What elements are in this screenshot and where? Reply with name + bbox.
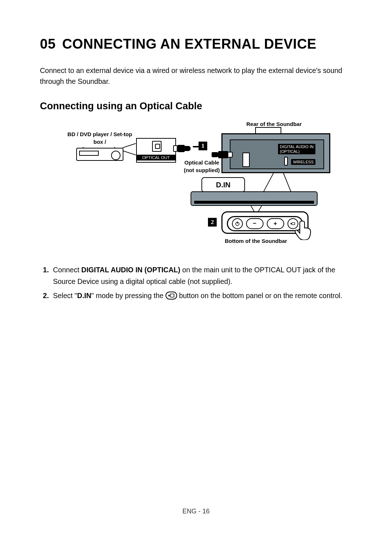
callout-line <box>281 127 281 134</box>
power-button-icon <box>232 218 243 229</box>
volume-down-button-icon: − <box>246 218 264 229</box>
callout-line <box>264 173 274 191</box>
callout-line <box>255 127 256 134</box>
step-1: Connect DIGITAL AUDIO IN (OPTICAL) on th… <box>51 264 352 287</box>
soundbar-bottom-controls: − + <box>221 211 309 234</box>
soundbar-body <box>191 191 318 206</box>
source-device-illustration <box>76 148 123 161</box>
display-text: D.IN <box>216 181 230 189</box>
chapter-title-text: CONNECTING AN EXTERNAL DEVICE <box>62 36 317 52</box>
soundbar-rear-panel: DIGITAL AUDIO IN (OPTICAL) WIRELESS <box>221 133 330 173</box>
wireless-label: WIRELESS <box>291 159 315 165</box>
bottom-soundbar-label: Bottom of the Soundbar <box>216 237 296 245</box>
optical-out-label: OPTICAL OUT <box>137 155 175 160</box>
hand-pointing-icon <box>293 218 315 240</box>
optical-cable-label: Optical Cable (not supplied) <box>178 159 225 174</box>
callout-line <box>258 206 262 212</box>
instruction-list: Connect DIGITAL AUDIO IN (OPTICAL) on th… <box>40 264 352 301</box>
intro-paragraph: Connect to an external device via a wire… <box>40 65 352 87</box>
optical-out-port: OPTICAL OUT <box>136 138 176 163</box>
optical-jack-icon <box>152 141 162 152</box>
connection-diagram: BD / DVD player / Set-top box / Game con… <box>56 121 336 251</box>
step-badge-2: 2 <box>208 218 217 227</box>
page-footer: ENG - 16 <box>0 508 392 515</box>
step-2: Select "D.IN" mode by pressing the butto… <box>51 290 352 301</box>
chapter-title: 05CONNECTING AN EXTERNAL DEVICE <box>40 36 352 52</box>
digital-audio-in-label: DIGITAL AUDIO IN (OPTICAL) <box>278 144 315 154</box>
optical-plug-right <box>212 151 233 158</box>
source-button-inline-icon <box>166 292 177 300</box>
step-badge-1: 1 <box>199 142 207 150</box>
volume-up-button-icon: + <box>267 218 284 229</box>
callout-line <box>283 173 291 191</box>
chapter-number: 05 <box>40 36 56 52</box>
optical-in-slot <box>242 152 250 167</box>
optical-plug-left <box>173 145 191 152</box>
wireless-port-icon <box>284 157 288 166</box>
section-subheading: Connecting using an Optical Cable <box>40 101 352 112</box>
callout-line <box>250 206 254 212</box>
svg-rect-3 <box>170 294 174 297</box>
soundbar-display: D.IN <box>201 177 245 192</box>
rear-panel-inset: DIGITAL AUDIO IN (OPTICAL) WIRELESS <box>230 139 324 169</box>
callout-line <box>255 127 281 128</box>
